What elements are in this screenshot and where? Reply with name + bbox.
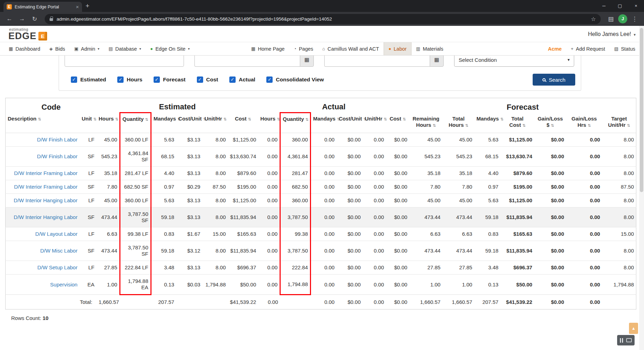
nav-acme[interactable]: Acme: [543, 42, 567, 55]
row-description-link[interactable]: D/W Finish Labor: [37, 153, 77, 159]
value-cell: $0.00: [386, 133, 409, 147]
pause-icon[interactable]: [620, 338, 623, 343]
row-description-link[interactable]: Supervision: [50, 282, 77, 287]
row-description-link[interactable]: D/W Finish Labor: [37, 137, 77, 143]
column-header-cost-13[interactable]: Cost⇅: [386, 113, 409, 133]
checkbox-hours[interactable]: ✓ Hours: [117, 76, 142, 83]
checkbox-actual[interactable]: ✓ Actual: [229, 76, 255, 83]
checkbox-consolidated-view[interactable]: ✓ Consolidated View: [266, 76, 324, 83]
value-cell: 99.38 LF: [120, 227, 151, 241]
row-description-link[interactable]: D/W Interior Framing Labor: [14, 184, 77, 190]
nav-database[interactable]: ▤ Database ▾: [104, 42, 146, 55]
browser-menu-icon[interactable]: ⋮: [629, 15, 640, 23]
column-header-total-cost-17[interactable]: Total Cost⇅: [501, 113, 534, 133]
column-header-mandays-10[interactable]: Mandays⇅: [311, 113, 337, 133]
scrollbar-thumb[interactable]: [640, 28, 643, 192]
checkbox-forecast[interactable]: ✓ Forecast: [154, 76, 186, 83]
checkbox-estimated[interactable]: ✓ Estimated: [71, 76, 106, 83]
row-description-link[interactable]: D/W Interior Hanging Labor: [14, 214, 77, 220]
description-cell: D/W Interior Framing Labor: [6, 180, 80, 194]
profile-avatar[interactable]: J: [618, 14, 627, 23]
minimize-button[interactable]: ─: [596, 0, 612, 12]
site-favicon: E: [7, 4, 12, 9]
nav-labor[interactable]: ● Labor: [384, 42, 412, 55]
back-icon[interactable]: ←: [4, 15, 15, 22]
bookmark-star-icon[interactable]: ☆: [591, 16, 596, 22]
nav-edge-on-site[interactable]: ● Edge On Site ▾: [146, 42, 194, 55]
nav-pages[interactable]: ◔ Pages: [289, 42, 318, 55]
nav-bids[interactable]: ◈ Bids: [45, 42, 69, 55]
url-text[interactable]: admin.edgeestimator.com/EFM/ProjectPage/…: [57, 16, 587, 22]
browser-tab-strip: E Estimating Edge Portal × + ─ ▢ ×: [0, 0, 644, 12]
address-bar[interactable]: admin.edgeestimator.com/EFM/ProjectPage/…: [45, 14, 601, 24]
column-header-hours-8[interactable]: Hours⇅: [258, 113, 280, 133]
value-cell: 0.00: [566, 167, 602, 180]
nav-status[interactable]: ▧ Status: [610, 42, 640, 55]
row-description-link[interactable]: D/W Misc Labor: [40, 248, 77, 254]
window-controls: ─ ▢ ×: [596, 0, 644, 12]
edge-logo[interactable]: estimating EDGE E: [8, 28, 47, 41]
user-greeting[interactable]: Hello James Lee! ▾: [588, 31, 636, 37]
forward-icon[interactable]: →: [17, 15, 27, 22]
column-header-gain-loss-hrs-19[interactable]: Gain/Loss Hrs⇅: [566, 113, 602, 133]
search-button[interactable]: Search: [533, 74, 575, 86]
row-description-link[interactable]: D/W Setup Labor: [37, 264, 77, 270]
column-header-hours-2[interactable]: Hours⇅: [97, 113, 120, 133]
value-cell: $0.00: [386, 261, 409, 275]
screen-icon[interactable]: [626, 338, 632, 342]
row-description-link[interactable]: D/W Interior Framing Labor: [14, 170, 77, 176]
column-header-description-0[interactable]: Description⇅: [6, 113, 80, 133]
value-cell: 0.00: [363, 227, 386, 241]
column-header-cost-unit-11[interactable]: Cost/Unit⇅: [336, 113, 363, 133]
column-header-unit-1[interactable]: Unit⇅: [80, 113, 97, 133]
scroll-to-top-button[interactable]: ▲: [629, 323, 638, 334]
column-header-unit-hr-12[interactable]: Unit/Hr⇅: [363, 113, 386, 133]
column-header-quantity-9[interactable]: Quantity⇅: [280, 113, 311, 133]
sort-icon: ⇅: [145, 117, 148, 122]
refresh-icon[interactable]: ↻: [29, 15, 40, 23]
close-button[interactable]: ×: [628, 0, 644, 12]
nav-admin[interactable]: ▣ Admin ▾: [69, 42, 104, 55]
nav-home-page[interactable]: ▦ Home Page: [246, 42, 289, 55]
nav-dashboard[interactable]: ▦ Dashboard: [4, 42, 45, 55]
date-to-input[interactable]: [324, 56, 430, 67]
tab-close-icon[interactable]: ×: [76, 4, 79, 10]
browser-tab[interactable]: E Estimating Edge Portal ×: [3, 2, 82, 12]
nav-materials[interactable]: ▥ Materials: [412, 42, 448, 55]
column-header-unit-hr-6[interactable]: Unit/Hr⇅: [202, 113, 228, 133]
app-header: estimating EDGE E Hello James Lee! ▾: [0, 26, 644, 42]
column-header-mandays-16[interactable]: Mandays⇅: [474, 113, 501, 133]
logo-wordmark: EDGE: [8, 31, 37, 41]
row-description-link[interactable]: D/W Interior Hanging Labor: [14, 197, 77, 203]
column-header-total-hours-15[interactable]: Total Hours⇅: [443, 113, 474, 133]
row-description-link[interactable]: D/W Layout Labor: [35, 231, 77, 237]
value-cell: 0.83: [474, 227, 501, 241]
reading-list-icon[interactable]: ▤: [606, 15, 616, 23]
column-header-target-unit-hr-20[interactable]: Target Unit/Hr⇅: [602, 113, 636, 133]
scrollbar[interactable]: [639, 26, 644, 350]
value-cell: 0.00: [311, 147, 337, 167]
status-icon: ▧: [614, 46, 619, 51]
nav-project[interactable]: ⌂ Camillus Wall and ACT: [318, 42, 384, 55]
column-header-cost-7[interactable]: Cost⇅: [228, 113, 258, 133]
column-header-cost-unit-5[interactable]: Cost/Unit⇅: [176, 113, 202, 133]
column-header-remaining-hours-14[interactable]: Remaining Hours⇅: [409, 113, 443, 133]
column-header-gain-loss-18[interactable]: Gain/Loss $⇅: [534, 113, 566, 133]
calendar-icon[interactable]: ▦: [430, 56, 444, 67]
unit-cell: SF: [80, 207, 97, 227]
filter-text-input[interactable]: [65, 56, 184, 67]
condition-select[interactable]: Select Condition ▾: [454, 56, 574, 67]
column-header-quantity-3[interactable]: Quantity⇅: [120, 113, 151, 133]
nav-add-request[interactable]: + Add Request: [566, 42, 609, 55]
date-from-input[interactable]: [194, 56, 300, 67]
table-row: D/W Misc LaborSF473.443,787.50 SF59.18$3…: [6, 241, 636, 261]
calendar-icon[interactable]: ▦: [300, 56, 314, 67]
labor-icon: ●: [388, 46, 391, 51]
filter-inputs-row: ▦ ▦ Select Condition ▾: [65, 56, 575, 67]
maximize-button[interactable]: ▢: [612, 0, 628, 12]
value-cell: 0.83: [151, 227, 176, 241]
new-tab-button[interactable]: +: [86, 2, 89, 10]
checkbox-cost[interactable]: ✓ Cost: [197, 76, 218, 83]
column-header-mandays-4[interactable]: Mandays⇅: [151, 113, 176, 133]
table-row: D/W Interior Hanging LaborLF45.00360.00 …: [6, 194, 636, 207]
